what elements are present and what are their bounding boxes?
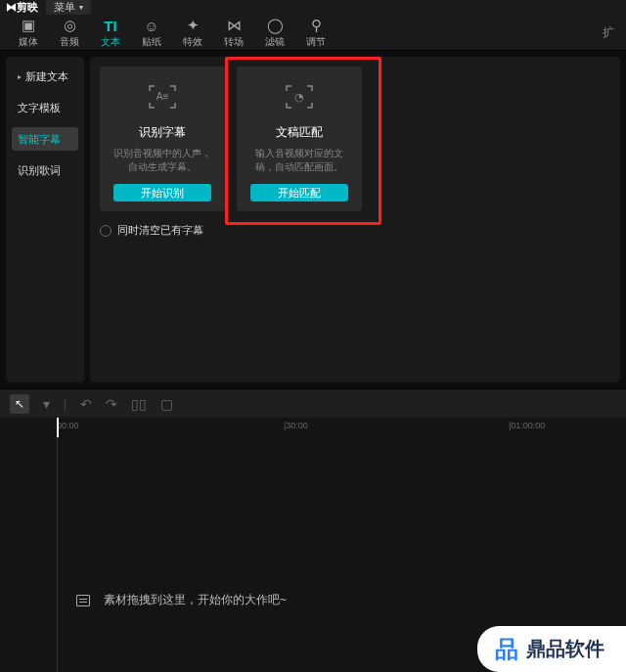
tool-adjust[interactable]: ⚲ 调节	[295, 16, 336, 50]
watermark-text: 鼎品软件	[526, 636, 604, 662]
timeline-ruler[interactable]: 00:00 |30:00 |01:00:00	[0, 418, 626, 437]
toolbar: ▣ 媒体 ◎ 音频 TI 文本 ☺ 贴纸 ✦ 特效 ⋈ 转场 ◯ 滤镜 ⚲ 调节…	[0, 14, 626, 51]
sidebar: ▸ 新建文本 文字模板 智能字幕 识别歌词	[6, 57, 84, 382]
checkbox-label: 同时清空已有字幕	[117, 223, 203, 238]
tool-label: 文本	[101, 35, 120, 49]
chevron-down-icon: ▾	[79, 3, 83, 12]
pointer-tool[interactable]: ↖	[10, 394, 29, 414]
card-desc: 输入音视频对应的文稿，自动匹配画面。	[246, 147, 352, 176]
undo-icon[interactable]: ↶	[80, 396, 92, 412]
playhead[interactable]	[57, 418, 59, 437]
toolbar-extra[interactable]: 扩	[603, 16, 618, 50]
tool-label: 调节	[306, 35, 326, 49]
sidebar-label: 智能字幕	[18, 132, 61, 147]
timeline-toolbar: ↖ ▾ | ↶ ↷ ▯▯ ▢	[0, 388, 626, 418]
svg-text:◔: ◔	[294, 91, 304, 103]
content-panel: A≡ 识别字幕 识别音视频中的人声，自动生成字幕。 开始识别 ◔ 文稿匹配 输入…	[90, 57, 620, 382]
svg-text:A≡: A≡	[156, 91, 169, 102]
ruler-tick: |30:00	[284, 421, 308, 430]
card-title: 文稿匹配	[276, 124, 323, 141]
adjust-icon: ⚲	[311, 17, 322, 34]
tool-label: 转场	[224, 35, 244, 49]
sidebar-label: 文字模板	[18, 101, 61, 115]
radio-icon	[100, 225, 112, 237]
sidebar-item-recognize-lyrics[interactable]: 识别歌词	[12, 158, 78, 182]
sidebar-item-text-template[interactable]: 文字模板	[12, 96, 78, 119]
tool-label: 特效	[183, 35, 202, 49]
watermark-icon: 品	[495, 638, 518, 661]
filter-icon: ◯	[267, 17, 284, 34]
menu-label: 菜单	[54, 0, 75, 15]
card-desc: 识别音视频中的人声，自动生成字幕。	[110, 147, 215, 176]
sidebar-label: 识别歌词	[18, 163, 61, 178]
sidebar-item-smart-subtitle[interactable]: 智能字幕	[12, 127, 78, 151]
clear-subtitles-checkbox[interactable]: 同时清空已有字幕	[100, 223, 610, 238]
tool-label: 音频	[60, 35, 79, 49]
start-match-button[interactable]: 开始匹配	[250, 184, 348, 202]
redo-icon[interactable]: ↷	[106, 396, 117, 412]
chevron-down-icon[interactable]: ▾	[43, 396, 50, 412]
app-logo: ⧓剪映	[6, 0, 38, 15]
menu-dropdown[interactable]: 菜单 ▾	[46, 0, 91, 15]
titlebar: ⧓剪映 菜单 ▾	[0, 0, 626, 14]
text-icon: TI	[104, 17, 116, 34]
tool-effects[interactable]: ✦ 特效	[172, 16, 213, 50]
tool-text[interactable]: TI 文本	[90, 16, 131, 50]
transition-icon: ⋈	[227, 17, 242, 34]
watermark: 品 鼎品软件	[477, 626, 626, 672]
card-row: A≡ 识别字幕 识别音视频中的人声，自动生成字幕。 开始识别 ◔ 文稿匹配 输入…	[100, 67, 610, 211]
media-placeholder-icon	[76, 595, 90, 606]
sticker-icon: ☺	[144, 17, 158, 34]
tool-media[interactable]: ▣ 媒体	[8, 16, 49, 50]
card-recognize-subtitle: A≡ 识别字幕 识别音视频中的人声，自动生成字幕。 开始识别	[100, 67, 225, 211]
split-icon[interactable]: ▯▯	[131, 396, 147, 412]
audio-icon: ◎	[64, 17, 76, 34]
workspace: ▸ 新建文本 文字模板 智能字幕 识别歌词 A≡ 识别字幕	[0, 51, 626, 388]
scan-text-icon: A≡	[148, 84, 177, 112]
card-doc-match: ◔ 文稿匹配 输入音视频对应的文稿，自动匹配画面。 开始匹配	[237, 67, 362, 211]
card-title: 识别字幕	[139, 124, 186, 141]
sidebar-item-new-text[interactable]: ▸ 新建文本	[12, 65, 78, 88]
tool-audio[interactable]: ◎ 音频	[49, 16, 90, 50]
delete-icon[interactable]: ▢	[160, 396, 173, 412]
start-recognize-button[interactable]: 开始识别	[113, 184, 211, 202]
drop-hint-text: 素材拖拽到这里，开始你的大作吧~	[104, 592, 287, 608]
tool-label: 贴纸	[142, 35, 161, 49]
ruler-tick: 00:00	[57, 421, 79, 430]
tool-label: 媒体	[19, 35, 38, 49]
tool-sticker[interactable]: ☺ 贴纸	[131, 16, 172, 50]
media-icon: ▣	[22, 17, 35, 34]
chevron-right-icon: ▸	[18, 72, 22, 81]
tool-label: 滤镜	[265, 35, 285, 49]
effects-icon: ✦	[187, 17, 200, 34]
sidebar-label: 新建文本	[25, 69, 68, 84]
ruler-tick: |01:00:00	[509, 421, 545, 430]
drop-hint: 素材拖拽到这里，开始你的大作吧~	[76, 592, 287, 608]
tool-filter[interactable]: ◯ 滤镜	[254, 16, 295, 50]
scan-doc-icon: ◔	[285, 84, 314, 112]
tool-transition[interactable]: ⋈ 转场	[213, 16, 254, 50]
